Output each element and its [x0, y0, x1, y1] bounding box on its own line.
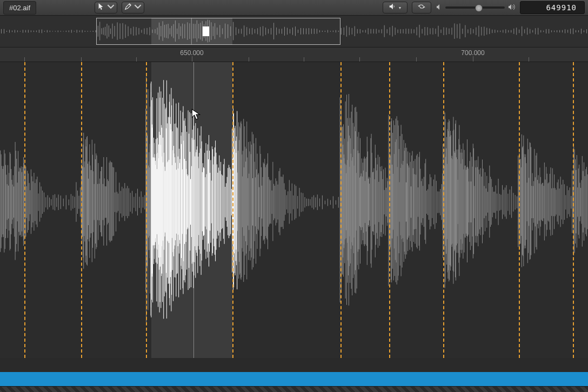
scrollbar-track[interactable] [0, 386, 588, 392]
ruler-tick [24, 57, 25, 62]
pointer-tool-button[interactable] [95, 2, 117, 13]
position-display[interactable]: 649910 [520, 1, 585, 14]
cycle-icon [418, 3, 425, 12]
speaker-icon [389, 3, 396, 12]
transient-marker[interactable] [573, 62, 574, 358]
chevron-down-icon: ▼ [398, 6, 402, 10]
ruler-tick [529, 57, 529, 62]
ruler-tick [249, 57, 249, 62]
speaker-low-icon [436, 3, 442, 12]
ruler-tick [359, 57, 360, 62]
region-bar[interactable] [0, 372, 588, 386]
transient-marker[interactable] [146, 62, 147, 358]
position-value: 649910 [546, 3, 577, 12]
transient-marker[interactable] [389, 62, 390, 358]
transient-marker[interactable] [443, 62, 444, 358]
speaker-high-icon [508, 3, 516, 12]
toolbar: #02.aif ▼ [0, 0, 588, 16]
editor-bottom-gap [0, 358, 588, 372]
main-waveform [0, 62, 588, 358]
ruler-label: 650.000 [180, 49, 203, 57]
chevron-down-icon [107, 3, 115, 12]
pencil-icon [124, 3, 132, 12]
cycle-button[interactable] [412, 2, 431, 13]
ruler-tick [136, 57, 137, 62]
preview-volume-button[interactable]: ▼ [383, 2, 407, 13]
transient-marker[interactable] [24, 62, 25, 358]
overview-playhead [203, 26, 209, 36]
ruler-tick [192, 56, 192, 62]
transient-marker[interactable] [232, 62, 233, 358]
time-ruler[interactable]: 650.000700.000 [0, 48, 588, 62]
pencil-tool-button[interactable] [122, 2, 144, 13]
volume-slider[interactable] [436, 3, 516, 12]
volume-thumb[interactable] [475, 4, 483, 12]
ruler-tick [473, 56, 473, 62]
overview-selection [151, 18, 232, 45]
volume-track[interactable] [445, 6, 505, 9]
file-name: #02.aif [9, 4, 30, 12]
ruler-label: 700.000 [461, 49, 484, 57]
overview-track[interactable] [0, 16, 588, 48]
waveform-editor[interactable] [0, 62, 588, 358]
ruler-tick [416, 57, 417, 62]
transient-marker[interactable] [519, 62, 520, 358]
transient-marker[interactable] [81, 62, 82, 358]
transient-marker[interactable] [340, 62, 342, 358]
pointer-icon [97, 3, 105, 12]
chevron-down-icon [134, 3, 142, 12]
ruler-tick [304, 57, 304, 62]
file-tab[interactable]: #02.aif [3, 1, 36, 15]
ruler-tick [81, 57, 82, 62]
